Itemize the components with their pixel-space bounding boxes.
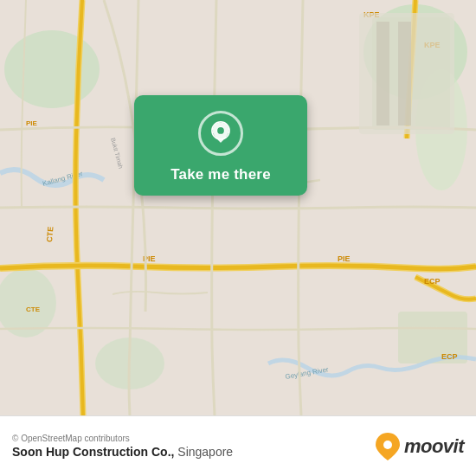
take-me-there-button[interactable]: Take me there — [170, 166, 271, 183]
svg-point-27 — [383, 441, 392, 449]
svg-text:ECP: ECP — [441, 352, 458, 361]
moovit-logo: moovit — [375, 432, 464, 461]
nav-card[interactable]: Take me there — [134, 95, 307, 196]
svg-point-26 — [217, 127, 224, 134]
svg-rect-19 — [376, 22, 389, 125]
svg-text:CTE: CTE — [45, 226, 55, 242]
location-pin-icon — [209, 121, 233, 145]
bottom-bar: © OpenStreetMap contributors Soon Hup Co… — [0, 415, 476, 476]
bottom-left: © OpenStreetMap contributors Soon Hup Co… — [12, 434, 233, 459]
place-name: Soon Hup Construction Co., Singapore — [12, 445, 233, 459]
svg-point-1 — [4, 30, 100, 108]
svg-text:PIE: PIE — [338, 254, 351, 263]
moovit-brand-icon — [375, 432, 401, 461]
location-icon-wrapper — [198, 111, 243, 156]
map-attribution: © OpenStreetMap contributors — [12, 434, 233, 443]
svg-rect-20 — [398, 22, 411, 125]
app: Kallang River Geylang River CTE PIE PIE … — [0, 0, 476, 476]
svg-text:PIE: PIE — [26, 119, 38, 127]
svg-text:ECP: ECP — [424, 277, 441, 286]
svg-text:CTE: CTE — [26, 306, 41, 313]
map-area: Kallang River Geylang River CTE PIE PIE … — [0, 0, 476, 415]
moovit-brand-text: moovit — [404, 435, 464, 458]
